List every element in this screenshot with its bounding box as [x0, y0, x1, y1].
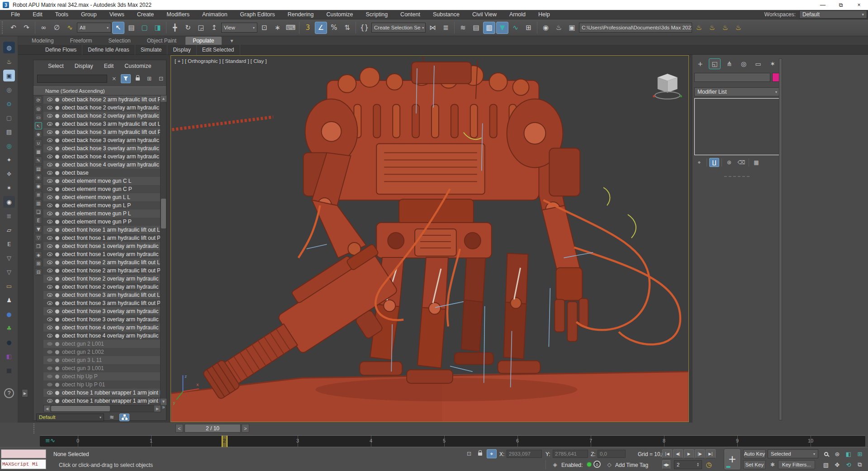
box-tool-icon[interactable]: ▢ — [3, 112, 15, 124]
frame-label[interactable]: 1 — [150, 438, 152, 443]
list-item[interactable]: obect back hose 3 overlay arm hydraulic … — [43, 136, 160, 144]
select-and-move-icon[interactable]: ╋ — [169, 22, 181, 34]
visibility-eye-icon[interactable] — [47, 293, 52, 297]
visibility-eye-icon[interactable] — [47, 236, 52, 240]
note-icon[interactable]: ❏ — [35, 208, 42, 215]
visibility-eye-icon[interactable] — [47, 187, 52, 191]
selection-lock-icon[interactable] — [475, 449, 485, 458]
utilities-tab[interactable]: ✶ — [767, 58, 778, 69]
shield-icon[interactable]: ◈ — [550, 460, 560, 469]
list-item[interactable]: obect front hose 2 overlay arm hydraulic… — [43, 283, 160, 291]
search-input[interactable] — [37, 75, 107, 83]
list-item[interactable]: obect gun 2 L001 — [43, 340, 160, 348]
ribbon-button-define-idle-areas[interactable]: Define Idle Areas — [82, 45, 135, 55]
hierarchy-view-icon[interactable] — [119, 414, 129, 421]
modifier-list-dropdown[interactable]: Modifier List ▾ — [694, 87, 780, 96]
visibility-eye-icon[interactable] — [47, 147, 52, 150]
note-tool-icon[interactable]: ▱ — [3, 224, 15, 236]
object-list[interactable]: obect back hose 2 arm hydraulic lift out… — [43, 95, 160, 405]
menu-file[interactable]: File — [5, 11, 26, 18]
current-frame-field[interactable]: 2 ▲▼ — [674, 460, 702, 469]
ribbon-button-simulate[interactable]: Simulate — [135, 45, 168, 55]
visibility-eye-icon[interactable] — [47, 375, 52, 378]
list-item[interactable]: obect element move gun P P — [43, 218, 160, 226]
purple-tool-icon[interactable]: ◧ — [3, 350, 15, 362]
ribbon-button-edit-selected[interactable]: Edit Selected — [197, 45, 240, 55]
previous-page-button[interactable]: < — [175, 424, 183, 433]
zoom-region-icon[interactable]: ▧ — [821, 460, 831, 470]
visibility-eye-icon[interactable] — [47, 228, 52, 232]
export-scene-icon[interactable]: ♨ — [732, 22, 745, 34]
mirror-icon[interactable]: ⋈ — [427, 22, 439, 34]
list-item[interactable]: obect hip Up P — [43, 372, 160, 381]
container-filter-icon[interactable]: ▦ — [35, 148, 42, 155]
toolbar-drag-handle[interactable] — [2, 21, 5, 34]
select-by-name-icon[interactable]: ▤ — [125, 22, 138, 34]
object-name-field[interactable] — [694, 73, 770, 82]
visibility-eye-icon[interactable] — [47, 114, 52, 118]
snaps-toggle-icon[interactable]: 3 — [302, 22, 314, 34]
viewport[interactable]: [ + ] [ Orthographic ] [ Standard ] [ Cl… — [171, 55, 689, 422]
y-coordinate-field[interactable]: 2785,641 — [553, 450, 588, 458]
visibility-eye-icon[interactable] — [47, 277, 52, 281]
redo-icon[interactable]: ↷ — [20, 22, 33, 34]
reference-coordinate-system-dropdown[interactable]: View▾ — [221, 23, 257, 33]
list-item[interactable]: obect element move gun L L — [43, 193, 160, 201]
list-item[interactable]: obect hose 1 rubber wrapper 1 arm joint … — [43, 397, 160, 405]
teapot-icon[interactable]: ♨ — [3, 56, 15, 67]
material-editor-icon[interactable]: ◉ — [540, 22, 552, 34]
list-item[interactable]: obect front hose 4 overlay arm hydraulic… — [43, 324, 160, 332]
list-item[interactable]: obect back hose 3 arm hydraulic lift out… — [43, 128, 160, 136]
expression-tool-icon[interactable]: E — [3, 238, 15, 250]
project-folder-dropdown[interactable]: C:\Users\Professional\Documents\3ds Max … — [579, 23, 692, 33]
light-filter-icon[interactable]: ◎ — [35, 105, 42, 112]
visibility-eye-icon[interactable] — [47, 212, 52, 215]
zero-button[interactable]: 0 — [593, 461, 601, 468]
edit-named-selection-sets-icon[interactable]: {} — [358, 22, 370, 34]
visibility-eye-icon[interactable] — [47, 138, 52, 142]
select-and-place-icon[interactable]: ↥ — [208, 22, 220, 34]
visibility-eye-icon[interactable] — [47, 98, 52, 101]
list-item[interactable]: obect hip Up P 01 — [43, 381, 160, 389]
modify-tab[interactable]: ◱ — [709, 58, 721, 69]
visibility-eye-icon[interactable] — [47, 171, 52, 175]
ribbon-tab-freeform[interactable]: Freeform — [63, 37, 100, 45]
viewport-label[interactable]: [ + ] [ Orthographic ] [ Standard ] [ Cl… — [175, 58, 267, 64]
star-tool-icon[interactable]: ✶ — [3, 182, 15, 194]
create-tab[interactable]: + — [694, 58, 706, 69]
menu-customize[interactable]: Customize — [320, 11, 359, 18]
menu-views[interactable]: Views — [103, 11, 131, 18]
visibility-eye-icon[interactable] — [47, 326, 52, 329]
frame-label[interactable]: 8 — [663, 438, 665, 443]
spinner-arrows-icon[interactable]: ▲▼ — [697, 462, 699, 467]
go-to-end-button[interactable]: ▶| — [706, 449, 716, 458]
explorer-menu-select[interactable]: Select — [43, 63, 68, 69]
visibility-eye-icon[interactable] — [47, 318, 52, 321]
selection-filter-dropdown[interactable]: All▾ — [77, 23, 111, 33]
visibility-eye-icon[interactable] — [47, 261, 52, 264]
select-and-uniform-scale-icon[interactable]: ◲ — [195, 22, 207, 34]
workspace-icon[interactable]: ◍ — [3, 42, 15, 53]
next-frame-button[interactable]: |▶ — [695, 449, 705, 458]
pan-icon[interactable]: ✥ — [832, 460, 843, 470]
frame-label[interactable]: 6 — [516, 438, 519, 443]
select-and-manipulate-icon[interactable]: ∗ — [271, 22, 284, 34]
maximize-viewport-toggle-icon[interactable]: ⧉ — [854, 460, 865, 470]
vertical-scrollbar[interactable]: ▲ ▼ — [160, 95, 166, 405]
list-item[interactable]: obect front hose 3 arm hydraulic lift ou… — [43, 299, 160, 307]
ribbon-tab-modeling[interactable]: Modeling — [24, 37, 61, 45]
scroll-right-icon[interactable]: ▶ — [154, 405, 161, 412]
add-filter-icon[interactable]: ⊞ — [35, 260, 42, 267]
rectangular-selection-region-icon[interactable]: ▢ — [138, 22, 151, 34]
command-panel-scrollbar[interactable] — [779, 58, 782, 420]
toggle-scene-explorer-icon[interactable]: ▥ — [483, 22, 495, 34]
align-icon[interactable]: ≣ — [440, 22, 452, 34]
list-item[interactable]: obect front hose 3 overlay arm hydraulic… — [43, 315, 160, 324]
expression-icon[interactable]: E — [35, 217, 42, 224]
more-options-icon[interactable]: » — [162, 404, 165, 410]
list-item[interactable]: obect element move gun C L — [43, 177, 160, 185]
scroll-up-icon[interactable]: ▲ — [161, 95, 166, 102]
dark-box-icon[interactable]: ■ — [3, 364, 15, 376]
list-item[interactable]: obect element move gun C P — [43, 185, 160, 193]
frame-label[interactable]: 0 — [76, 438, 79, 443]
